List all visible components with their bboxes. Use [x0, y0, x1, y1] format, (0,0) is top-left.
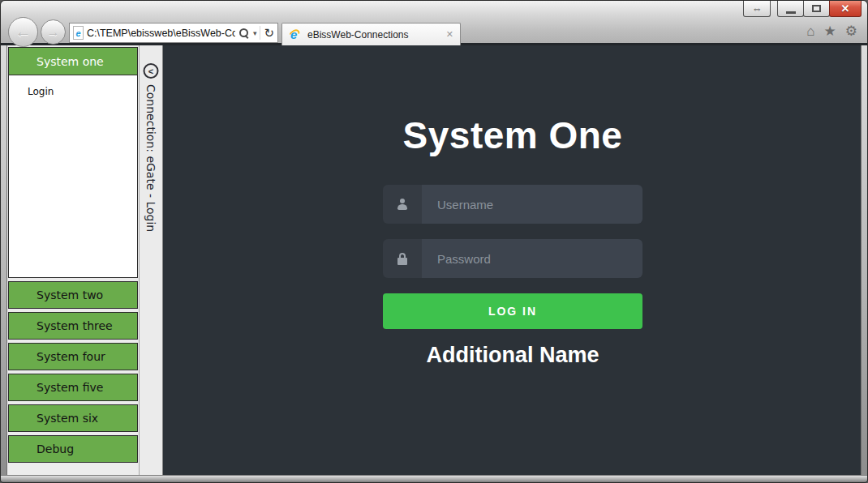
- minimize-icon: [786, 11, 796, 14]
- maximize-button[interactable]: [803, 1, 830, 17]
- address-dropdown-icon[interactable]: ▾: [253, 29, 257, 37]
- chrome-toolbar-icons: ⌂ ★ ⚙: [806, 24, 857, 38]
- window-frame-bottom: [1, 475, 867, 483]
- forward-button[interactable]: →: [41, 19, 66, 45]
- home-icon[interactable]: ⌂: [806, 24, 814, 38]
- connection-label: Connection: eGate - Login: [144, 84, 157, 232]
- page-title: System One: [163, 113, 862, 157]
- resize-arrows-icon: ⇔: [752, 2, 763, 15]
- login-main-area: System One LOG IN Additional Name: [163, 45, 862, 475]
- lock-icon: [383, 239, 422, 278]
- collapse-strip[interactable]: < Connection: eGate - Login: [139, 45, 163, 475]
- sidebar-item-label: System six: [37, 412, 98, 425]
- window-frame-right: [861, 45, 867, 475]
- minimize-button[interactable]: [777, 1, 804, 17]
- close-button[interactable]: ✕: [829, 1, 862, 17]
- maximize-icon: [812, 5, 821, 12]
- username-field: [383, 185, 642, 224]
- search-icon[interactable]: [238, 28, 250, 39]
- sidebar-item-label: System five: [37, 381, 103, 394]
- login-button[interactable]: LOG IN: [383, 293, 642, 329]
- sidebar-item-label: System two: [37, 289, 103, 301]
- sidebar-item-system-one[interactable]: System one: [8, 47, 138, 75]
- tab-close-icon[interactable]: ✕: [446, 29, 453, 40]
- sidebar-item-system-four[interactable]: System four: [8, 343, 138, 370]
- sidebar-item-label: System three: [37, 319, 113, 332]
- address-separator: [260, 26, 260, 40]
- login-link[interactable]: Login: [28, 86, 54, 97]
- sidebar-item-label: System one: [37, 55, 104, 68]
- ie-page-icon: e: [73, 26, 84, 40]
- sidebar-item-debug[interactable]: Debug: [8, 435, 138, 463]
- sidebar-item-label: Debug: [37, 442, 74, 455]
- ie-logo-icon: e: [289, 28, 302, 41]
- system-one-panel: Login: [8, 75, 138, 278]
- sidebar-item-system-two[interactable]: System two: [8, 281, 138, 309]
- sidebar-item-system-five[interactable]: System five: [8, 374, 138, 401]
- additional-name-label: Additional Name: [383, 343, 642, 368]
- back-button[interactable]: ←: [8, 17, 38, 47]
- address-bar[interactable]: e C:\TEMP\ebissweb\eBissWeb-Conn ▾ ↻: [69, 23, 278, 43]
- password-input[interactable]: [422, 239, 642, 278]
- resize-arrows-button[interactable]: ⇔: [743, 1, 771, 17]
- sidebar-item-system-three[interactable]: System three: [8, 312, 138, 340]
- browser-chrome: ← → e C:\TEMP\ebissweb\eBissWeb-Conn ▾ ↻…: [1, 1, 867, 45]
- back-arrow-icon: ←: [15, 23, 32, 41]
- username-input[interactable]: [422, 185, 642, 224]
- sidebar-item-label: System four: [37, 350, 105, 363]
- user-icon: [383, 185, 422, 224]
- refresh-icon[interactable]: ↻: [264, 27, 274, 39]
- password-field: [383, 239, 642, 278]
- tab-title: eBissWeb-Connections: [307, 29, 440, 41]
- settings-gear-icon[interactable]: ⚙: [845, 24, 857, 38]
- browser-window: ← → e C:\TEMP\ebissweb\eBissWeb-Conn ▾ ↻…: [0, 0, 868, 483]
- login-form: LOG IN Additional Name: [383, 185, 642, 368]
- favorites-star-icon[interactable]: ★: [824, 24, 836, 38]
- close-icon: ✕: [841, 2, 850, 15]
- window-frame-left: [1, 45, 7, 475]
- sidebar-item-system-six[interactable]: System six: [8, 404, 138, 432]
- address-url[interactable]: C:\TEMP\ebissweb\eBissWeb-Conn: [87, 28, 235, 39]
- browser-tab[interactable]: e eBissWeb-Connections ✕: [281, 23, 461, 45]
- page-content: System one Login System two System three…: [7, 45, 862, 475]
- collapse-chevron-icon[interactable]: <: [144, 63, 159, 79]
- accordion-sidebar: System one Login System two System three…: [7, 45, 139, 475]
- forward-arrow-icon: →: [47, 25, 60, 40]
